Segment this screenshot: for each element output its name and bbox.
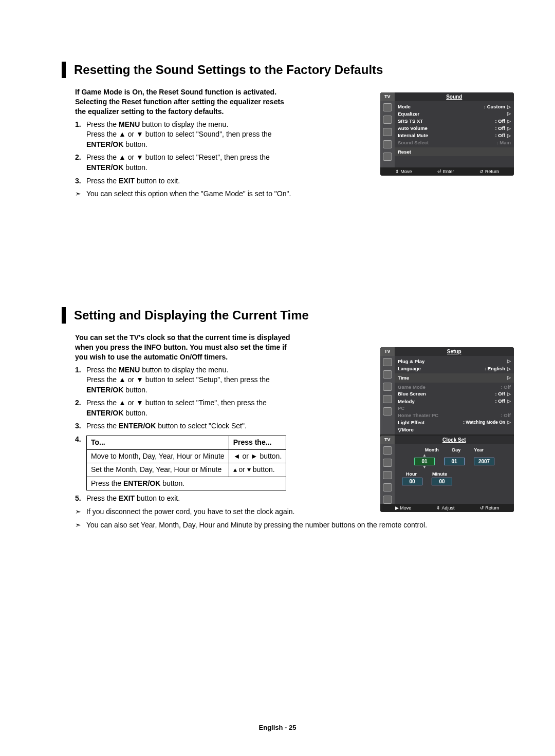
osd-icon [383, 446, 392, 455]
section-title-1: Resetting the Sound Settings to the Fact… [74, 63, 383, 77]
osd-icon [383, 383, 392, 391]
step4-table: To...Press the... Move to Month, Day, Ye… [86, 436, 286, 490]
step-body: To...Press the... Move to Month, Day, Ye… [86, 434, 296, 490]
osd-icon [383, 128, 392, 136]
osd-tv-label: TV [380, 436, 395, 444]
osd-icon [383, 496, 392, 504]
note-text: If you disconnect the power cord, you ha… [86, 507, 294, 517]
section1-intro: If Game Mode is On, the Reset Sound func… [75, 87, 291, 117]
clock-day[interactable]: 01 [444, 453, 465, 469]
step-body: Press the MENU button to display the men… [86, 365, 296, 395]
step-number: 1. [75, 120, 86, 150]
note-icon [75, 189, 86, 199]
osd-icon [383, 483, 392, 492]
osd-icon [383, 459, 392, 467]
osd-title: Clock Set [395, 436, 514, 444]
clock-minute[interactable]: 00 [432, 478, 452, 485]
step-number: 5. [75, 494, 86, 504]
step-number: 1. [75, 365, 86, 395]
clock-hour[interactable]: 00 [402, 478, 422, 485]
osd-selected-item[interactable]: Reset [395, 147, 514, 157]
step-number: 2. [75, 153, 86, 173]
clock-month[interactable]: ▲ 01 ▼ [414, 453, 435, 469]
clock-year[interactable]: 2007 [474, 453, 494, 469]
note-icon [75, 520, 86, 531]
section-divider [62, 307, 66, 324]
osd-icon [383, 140, 392, 148]
osd-title: Sound [395, 92, 514, 101]
page-footer: English - 25 [0, 724, 555, 731]
step-number: 4. [75, 434, 86, 490]
step-body: Press the EXIT button to exit. [86, 176, 296, 186]
osd-tv-label: TV [380, 92, 395, 101]
note-icon [75, 507, 86, 517]
step-body: Press the ▲ or ▼ button to select "Time"… [86, 398, 296, 418]
step-number: 2. [75, 398, 86, 418]
osd-setup-menu: TV Setup Plug & Play▷ Language: English▷… [380, 347, 514, 443]
osd-icon [383, 103, 392, 111]
osd-icon [383, 370, 392, 379]
osd-selected-item[interactable]: Time▷ [395, 373, 514, 383]
note-text: You can also set Year, Month, Day, Hour … [86, 520, 427, 531]
section-divider [62, 62, 66, 78]
osd-icon [383, 395, 392, 403]
osd-icon [383, 116, 392, 124]
osd-icon [383, 471, 392, 479]
section-title-2: Setting and Displaying the Current Time [74, 308, 309, 323]
step-body: Press the MENU button to display the men… [86, 120, 296, 150]
step-number: 3. [75, 421, 86, 431]
note-text: You can select this option when the "Gam… [86, 189, 291, 199]
step-body: Press the ENTER/OK button to select "Clo… [86, 421, 296, 431]
osd-icon [383, 153, 392, 161]
step-body: Press the EXIT button to exit. [86, 494, 180, 504]
osd-clockset-menu: TV Clock Set Month Day Year ▲ [380, 436, 514, 512]
step-number: 3. [75, 176, 86, 186]
osd-title: Setup [395, 347, 514, 356]
osd-icon [383, 407, 392, 415]
osd-footer: ⇕ Move ⏎ Enter ↺ Return [380, 167, 514, 176]
osd-icon [383, 358, 392, 366]
step-body: Press the ▲ or ▼ button to select "Reset… [86, 153, 296, 173]
section2-intro: You can set the TV's clock so that the c… [75, 333, 291, 362]
osd-tv-label: TV [380, 347, 395, 356]
osd-footer: ▶ Move ⇕ Adjust ↺ Return [380, 504, 514, 512]
osd-sound-menu: TV Sound Mode: Custom▷ Equalizer▷ SRS TS… [380, 92, 514, 176]
